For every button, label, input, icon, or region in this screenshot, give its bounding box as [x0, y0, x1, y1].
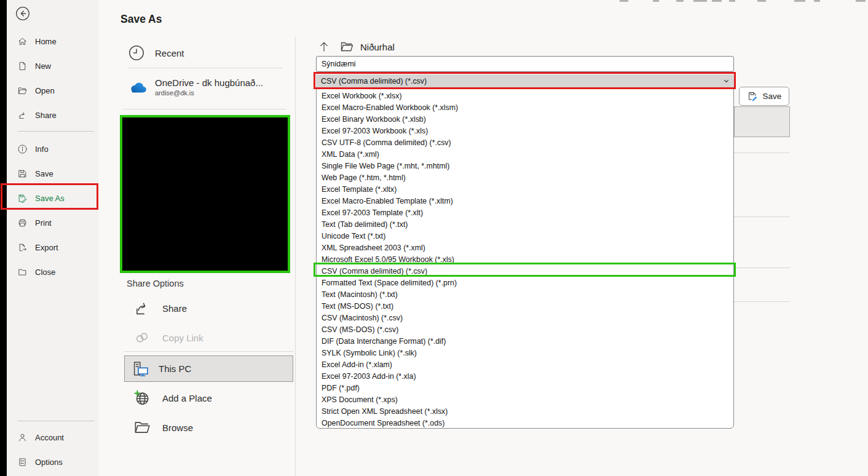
save-as-button-icon — [747, 90, 759, 102]
format-option[interactable]: XPS Document (*.xps) — [317, 394, 733, 406]
copy-link-label: Copy Link — [162, 333, 203, 343]
share-item[interactable]: Share — [133, 299, 187, 317]
format-option[interactable]: OpenDocument Spreadsheet (*.ods) — [317, 418, 733, 429]
this-pc-icon — [132, 360, 150, 378]
format-option[interactable]: CSV (Comma delimited) (*.csv) — [317, 266, 733, 277]
sidebar-item-label: Save — [35, 169, 53, 178]
sidebar-item-account[interactable]: Account — [7, 425, 98, 450]
excel-backstage-save-as: Home New Open Share Info Save Save As — [0, 0, 868, 476]
link-icon — [133, 328, 151, 347]
sidebar-divider — [18, 421, 94, 421]
add-a-place-item[interactable]: Add a Place — [133, 389, 212, 407]
format-option[interactable]: Text (Macintosh) (*.txt) — [317, 289, 733, 301]
open-folder-icon — [17, 85, 28, 96]
share-options-heading: Share Options — [127, 279, 184, 288]
divider — [123, 109, 286, 109]
sidebar-item-open[interactable]: Open — [7, 78, 98, 103]
sidebar-item-label: Options — [35, 458, 63, 467]
format-option[interactable]: Text (Tab delimited) (*.txt) — [317, 219, 733, 231]
sidebar-item-print[interactable]: Print — [7, 210, 98, 235]
format-option[interactable]: Excel Macro-Enabled Workbook (*.xlsm) — [317, 102, 733, 114]
save-icon — [17, 169, 28, 179]
format-option[interactable]: Excel Add-in (*.xlam) — [317, 359, 733, 371]
format-option[interactable]: Excel Binary Workbook (*.xlsb) — [317, 114, 733, 125]
format-option[interactable]: CSV (MS-DOS) (*.csv) — [317, 324, 733, 336]
format-option[interactable]: Formatted Text (Space delimited) (*.prn) — [317, 277, 733, 289]
format-option[interactable]: SYLK (Symbolic Link) (*.slk) — [317, 347, 733, 359]
print-icon — [17, 218, 28, 228]
add-place-globe-icon — [133, 389, 151, 407]
format-option[interactable]: Unicode Text (*.txt) — [317, 231, 733, 242]
sidebar-item-home[interactable]: Home — [7, 29, 98, 54]
titlebar-remnant — [653, 0, 659, 2]
titlebar-remnant — [620, 0, 628, 2]
format-option[interactable]: Web Page (*.htm, *.html) — [317, 172, 733, 184]
format-option[interactable]: CSV UTF-8 (Comma delimited) (*.csv) — [317, 137, 733, 149]
sidebar-item-save[interactable]: Save — [7, 161, 98, 186]
options-icon — [17, 457, 28, 467]
sidebar-item-label: Home — [35, 37, 57, 46]
format-option[interactable]: Excel Workbook (*.xlsx) — [317, 90, 733, 102]
sidebar-item-new[interactable]: New — [7, 54, 98, 78]
format-option[interactable]: Strict Open XML Spreadsheet (*.xlsx) — [317, 406, 733, 418]
format-option[interactable]: Excel 97-2003 Add-in (*.xla) — [317, 371, 733, 383]
titlebar-remnant — [712, 0, 722, 2]
format-option[interactable]: Excel 97-2003 Template (*.xlt) — [317, 207, 733, 219]
left-edge-strip — [0, 0, 7, 476]
format-option[interactable]: XML Data (*.xml) — [317, 149, 733, 161]
share-label: Share — [162, 303, 187, 314]
copy-link-item[interactable]: Copy Link — [133, 328, 203, 347]
sidebar-item-label: Print — [35, 218, 52, 228]
format-option[interactable]: Microsoft Excel 5.0/95 Workbook (*.xls) — [317, 254, 733, 266]
sidebar-item-options[interactable]: Options — [7, 450, 98, 474]
sidebar-item-save-as[interactable]: Save As — [7, 186, 98, 210]
format-option[interactable]: Excel 97-2003 Workbook (*.xls) — [317, 125, 733, 137]
sidebar-item-label: Info — [35, 145, 49, 154]
this-pc-item[interactable]: This PC — [124, 355, 293, 382]
save-button-label: Save — [763, 92, 782, 101]
file-format-list: Excel Workbook (*.xlsx)Excel Macro-Enabl… — [316, 89, 734, 429]
sidebar-item-share[interactable]: Share — [7, 103, 98, 127]
back-button[interactable] — [15, 6, 30, 21]
column-divider — [295, 37, 296, 476]
recent-label: Recent — [155, 48, 184, 58]
sidebar-item-close[interactable]: Close — [7, 260, 98, 284]
format-option[interactable]: CSV (Macintosh) (*.csv) — [317, 312, 733, 324]
background-line — [734, 301, 790, 302]
titlebar-remnant — [794, 0, 805, 2]
breadcrumb: Niðurhal — [317, 39, 395, 54]
page-title: Save As — [120, 13, 162, 26]
sidebar-item-info[interactable]: Info — [7, 137, 98, 161]
format-option[interactable]: Text (MS-DOS) (*.txt) — [317, 301, 733, 312]
format-option[interactable]: DIF (Data Interchange Format) (*.dif) — [317, 336, 733, 347]
sidebar-item-label: Save As — [35, 194, 65, 203]
background-line — [734, 216, 790, 217]
divider — [128, 68, 283, 68]
background-line — [734, 153, 790, 153]
format-option[interactable]: PDF (*.pdf) — [317, 383, 733, 394]
filetype-dropdown[interactable]: CSV (Comma delimited) (*.csv) — [316, 74, 734, 87]
backstage-sidebar: Home New Open Share Info Save Save As — [7, 0, 98, 476]
format-option[interactable]: Excel Template (*.xltx) — [317, 184, 733, 196]
current-folder-label[interactable]: Niðurhal — [360, 42, 395, 52]
titlebar-remnant — [729, 0, 735, 2]
save-button[interactable]: Save — [739, 87, 789, 106]
titlebar-remnant — [676, 0, 684, 2]
format-option[interactable]: XML Spreadsheet 2003 (*.xml) — [317, 242, 733, 254]
up-arrow-icon[interactable] — [317, 40, 331, 54]
browse-item[interactable]: Browse — [133, 418, 193, 437]
format-option[interactable]: Excel Macro-Enabled Template (*.xltm) — [317, 196, 733, 207]
recent-item[interactable]: Recent — [128, 44, 184, 61]
sidebar-item-label: Export — [35, 243, 58, 252]
folder-icon — [339, 39, 354, 54]
share-icon — [133, 299, 151, 317]
sidebar-item-export[interactable]: Export — [7, 235, 98, 260]
sidebar-divider — [18, 131, 94, 132]
titlebar-remnant — [814, 0, 820, 2]
filename-input[interactable] — [316, 56, 734, 72]
clock-icon — [128, 44, 145, 61]
filetype-selected-value: CSV (Comma delimited) (*.csv) — [321, 77, 427, 85]
format-option[interactable]: Single File Web Page (*.mht, *.mhtml) — [317, 161, 733, 172]
chevron-down-icon — [723, 77, 730, 84]
onedrive-item[interactable]: OneDrive - dk hugbúnað... ardise@dk.is — [127, 77, 263, 97]
